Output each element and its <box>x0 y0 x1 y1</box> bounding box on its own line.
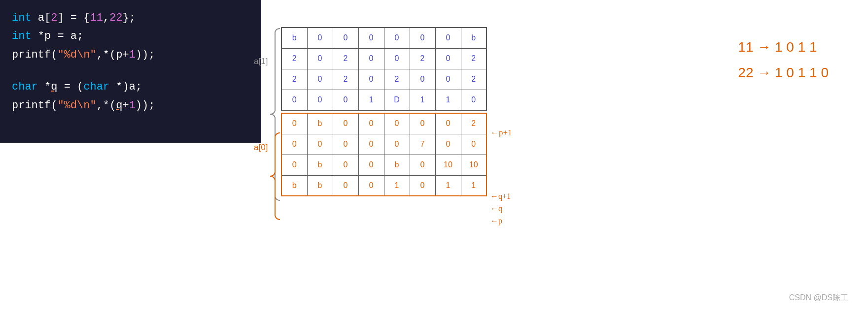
cell: 0 <box>410 28 435 48</box>
cell: 0 <box>281 134 307 155</box>
q-plus-1-label: ←q+1 <box>490 192 511 201</box>
cell: 2 <box>333 69 358 90</box>
cell: 0 <box>461 90 486 110</box>
cell: 0 <box>410 69 435 90</box>
a1-row-0: b 0 0 0 0 0 0 b <box>281 28 486 48</box>
right-math: 11 → 1 0 1 1 22 → 1 0 1 1 0 <box>738 39 829 91</box>
cell: 0 <box>435 69 461 90</box>
cell: b <box>461 28 486 48</box>
watermark: CSDN @DS陈工 <box>789 293 848 303</box>
cell: 1 <box>410 90 435 110</box>
cell: 1 <box>358 90 384 110</box>
cell: 0 <box>435 28 461 48</box>
cell: b <box>281 28 307 48</box>
cell: 0 <box>358 134 384 155</box>
cell: D <box>384 90 410 110</box>
cell: 2 <box>461 48 486 69</box>
cell: 10 <box>461 155 486 175</box>
cell: 2 <box>461 69 486 90</box>
cell: 0 <box>281 90 307 110</box>
cell: b <box>307 155 333 175</box>
a0-row-1: 0 0 0 0 0 7 0 0 <box>281 134 486 155</box>
cell: 0 <box>333 28 358 48</box>
cell: 1 <box>461 175 486 196</box>
cell: 0 <box>384 48 410 69</box>
cell: 1 <box>384 175 410 196</box>
code-line-1: int a[2] = {11,22}; <box>12 9 249 27</box>
a1-row-1: 2 0 2 0 0 2 0 2 <box>281 48 486 69</box>
cell: 0 <box>333 113 358 134</box>
cell: 0 <box>307 69 333 90</box>
cell: 0 <box>384 134 410 155</box>
math-line-1: 11 → 1 0 1 1 <box>738 39 829 55</box>
math-line-2: 22 → 1 0 1 1 0 <box>738 65 829 81</box>
a1-grid: b 0 0 0 0 0 0 b 2 0 2 0 0 2 0 2 2 0 2 0 … <box>281 27 487 111</box>
cell: 0 <box>281 113 307 134</box>
cell: 7 <box>410 134 435 155</box>
cell: 1 <box>435 90 461 110</box>
cell: 0 <box>307 134 333 155</box>
p-label: ←p <box>490 217 502 225</box>
cell: b <box>384 155 410 175</box>
code-line-3: printf("%d\n",*(p+1)); <box>12 46 249 64</box>
cell: 0 <box>307 48 333 69</box>
cell: 0 <box>410 155 435 175</box>
a0-row-0: 0 b 0 0 0 0 0 2 <box>281 113 486 134</box>
cell: 0 <box>358 155 384 175</box>
cell: 0 <box>435 113 461 134</box>
cell: b <box>281 175 307 196</box>
a0-label: a[0] <box>254 143 268 153</box>
cell: 0 <box>384 113 410 134</box>
code-line-6: printf("%d\n",*(q+1)); <box>12 96 249 115</box>
cell: 0 <box>281 155 307 175</box>
cell: 0 <box>333 155 358 175</box>
cell: 0 <box>333 90 358 110</box>
a0-row-2: 0 b 0 0 b 0 10 10 <box>281 155 486 175</box>
a1-row-2: 2 0 2 0 2 0 0 2 <box>281 69 486 90</box>
cell: 0 <box>358 175 384 196</box>
code-line-2: int *p = a; <box>12 27 249 45</box>
grid-area: a[1] a[0] b 0 0 0 0 0 0 b 2 0 2 0 0 2 0 … <box>281 27 487 196</box>
cell: 0 <box>358 113 384 134</box>
a0-row-3: b b 0 0 1 0 1 1 <box>281 175 486 196</box>
cell: 0 <box>307 90 333 110</box>
a1-row-3: 0 0 0 1 D 1 1 0 <box>281 90 486 110</box>
code-panel: int a[2] = {11,22}; int *p = a; printf("… <box>0 0 261 143</box>
cell: 2 <box>410 48 435 69</box>
cell: 1 <box>435 175 461 196</box>
cell: 0 <box>358 48 384 69</box>
cell: 0 <box>410 113 435 134</box>
cell: 0 <box>410 175 435 196</box>
q-label: ←q <box>490 204 502 213</box>
cell: 0 <box>435 48 461 69</box>
cell: 0 <box>461 134 486 155</box>
cell: 2 <box>281 48 307 69</box>
cell: 0 <box>358 69 384 90</box>
cell: 2 <box>461 113 486 134</box>
cell: 2 <box>281 69 307 90</box>
cell: 0 <box>358 28 384 48</box>
cell: b <box>307 113 333 134</box>
cell: 2 <box>384 69 410 90</box>
cell: 0 <box>384 28 410 48</box>
p-plus-1-label: ←p+1 <box>490 128 512 138</box>
cell: 0 <box>307 28 333 48</box>
cell: 10 <box>435 155 461 175</box>
cell: 0 <box>333 175 358 196</box>
code-line-blank <box>12 64 249 78</box>
cell: b <box>307 175 333 196</box>
a1-label: a[1] <box>254 57 268 66</box>
a0-grid: 0 b 0 0 0 0 0 2 0 0 0 0 0 7 0 0 0 b 0 0 … <box>281 113 487 196</box>
cell: 0 <box>333 134 358 155</box>
cell: 0 <box>435 134 461 155</box>
cell: 2 <box>333 48 358 69</box>
code-line-5: char *q = (char *)a; <box>12 78 249 96</box>
